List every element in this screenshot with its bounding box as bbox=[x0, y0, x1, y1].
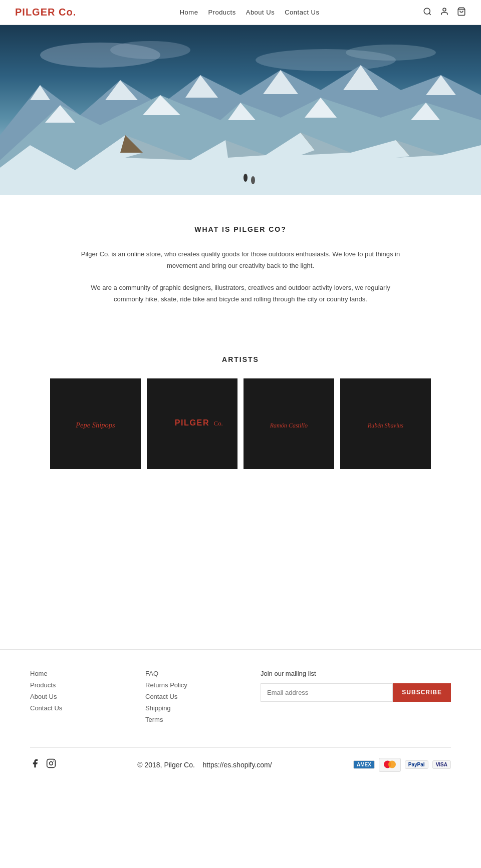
about-section: WHAT IS PILGER CO? Pilger Co. is an onli… bbox=[0, 195, 481, 335]
about-paragraph-2: We are a community of graphic designers,… bbox=[80, 282, 401, 305]
footer-col-1: Home Products About Us Contact Us bbox=[30, 670, 125, 727]
artist-card-3[interactable]: Ramón Castillo bbox=[244, 378, 334, 469]
about-title: WHAT IS PILGER CO? bbox=[80, 225, 401, 233]
footer-url: https://es.shopify.com/ bbox=[202, 761, 272, 769]
copyright-text: © 2018, Pilger Co. bbox=[137, 761, 195, 769]
email-form: SUBSCRIBE bbox=[261, 683, 451, 702]
footer-link-products[interactable]: Products bbox=[30, 681, 125, 689]
visa-icon: VISA bbox=[432, 760, 451, 769]
svg-text:Rubén Shavius: Rubén Shavius bbox=[367, 422, 404, 429]
email-input[interactable] bbox=[261, 683, 393, 702]
footer-top: Home Products About Us Contact Us FAQ Re… bbox=[30, 670, 451, 727]
footer-newsletter: Join our mailing list SUBSCRIBE bbox=[261, 670, 451, 727]
site-header: PILGER Co. Home Products About Us Contac… bbox=[0, 0, 481, 25]
footer-copyright-area: © 2018, Pilger Co. https://es.shopify.co… bbox=[137, 761, 272, 769]
main-nav: Home Products About Us Contact Us bbox=[180, 9, 320, 16]
search-icon[interactable] bbox=[423, 7, 432, 18]
hero-image bbox=[0, 25, 481, 195]
nav-home[interactable]: Home bbox=[180, 9, 198, 16]
svg-rect-34 bbox=[47, 759, 56, 768]
svg-point-28 bbox=[251, 176, 255, 184]
footer-link-home[interactable]: Home bbox=[30, 670, 125, 677]
footer-col-2: FAQ Returns Policy Contact Us Shipping T… bbox=[145, 670, 241, 727]
svg-point-27 bbox=[244, 174, 248, 182]
header-icons bbox=[423, 7, 466, 18]
svg-point-35 bbox=[50, 762, 53, 765]
nav-products[interactable]: Products bbox=[208, 9, 235, 16]
footer-link-shipping[interactable]: Shipping bbox=[145, 704, 241, 712]
footer-payment: AMEX PayPal VISA bbox=[353, 758, 451, 772]
artists-section: ARTISTS Pepe Shipops PILGER Co. Ramón Ca… bbox=[0, 335, 481, 499]
artists-grid: Pepe Shipops PILGER Co. Ramón Castillo R… bbox=[50, 378, 431, 469]
site-footer: Home Products About Us Contact Us FAQ Re… bbox=[0, 649, 481, 782]
site-logo[interactable]: PILGER Co. bbox=[15, 7, 76, 18]
artists-title: ARTISTS bbox=[30, 355, 451, 363]
svg-point-0 bbox=[424, 8, 430, 14]
instagram-icon[interactable] bbox=[46, 758, 56, 771]
svg-point-8 bbox=[346, 45, 436, 61]
nav-contact[interactable]: Contact Us bbox=[285, 9, 319, 16]
footer-link-contact2[interactable]: Contact Us bbox=[145, 693, 241, 700]
cart-icon[interactable] bbox=[457, 7, 466, 18]
svg-text:Pepe Shipops: Pepe Shipops bbox=[75, 421, 115, 429]
subscribe-button[interactable]: SUBSCRIBE bbox=[393, 683, 451, 702]
footer-link-terms[interactable]: Terms bbox=[145, 716, 241, 723]
user-icon[interactable] bbox=[440, 7, 449, 18]
svg-line-1 bbox=[429, 13, 430, 15]
footer-bottom: © 2018, Pilger Co. https://es.shopify.co… bbox=[30, 747, 451, 772]
footer-link-faq[interactable]: FAQ bbox=[145, 670, 241, 677]
artist-card-2[interactable]: PILGER Co. bbox=[147, 378, 237, 469]
amex-icon: AMEX bbox=[353, 760, 375, 769]
footer-link-contact[interactable]: Contact Us bbox=[30, 704, 125, 712]
newsletter-title: Join our mailing list bbox=[261, 670, 451, 677]
svg-text:PILGER: PILGER bbox=[175, 418, 210, 427]
svg-point-38 bbox=[388, 760, 396, 768]
svg-point-36 bbox=[53, 761, 54, 762]
content-spacer bbox=[0, 499, 481, 649]
svg-text:Co.: Co. bbox=[214, 420, 223, 427]
footer-social bbox=[30, 758, 56, 771]
artist-card-4[interactable]: Rubén Shavius bbox=[340, 378, 431, 469]
svg-text:Ramón Castillo: Ramón Castillo bbox=[270, 422, 308, 429]
about-paragraph-1: Pilger Co. is an online store, who creat… bbox=[80, 248, 401, 272]
footer-link-about[interactable]: About Us bbox=[30, 693, 125, 700]
svg-point-6 bbox=[110, 41, 190, 59]
footer-link-returns[interactable]: Returns Policy bbox=[145, 681, 241, 689]
svg-point-2 bbox=[443, 8, 446, 11]
facebook-icon[interactable] bbox=[30, 758, 40, 771]
mastercard-icon bbox=[379, 758, 401, 772]
artist-card-1[interactable]: Pepe Shipops bbox=[50, 378, 141, 469]
nav-about[interactable]: About Us bbox=[246, 9, 275, 16]
paypal-icon: PayPal bbox=[405, 760, 428, 769]
